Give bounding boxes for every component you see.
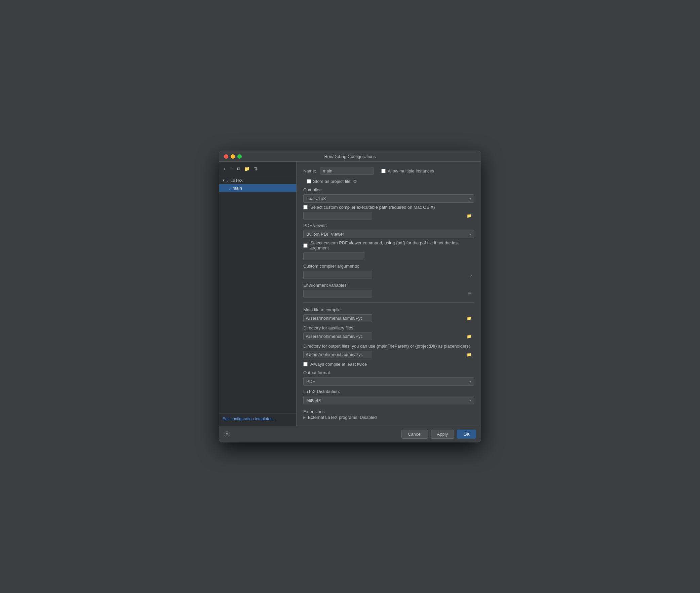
output-dir-wrapper: 📁: [303, 351, 474, 358]
allow-multiple-label[interactable]: Allow multiple instances: [388, 168, 434, 173]
compiler-args-section: Custom compiler arguments: ⤢: [303, 264, 474, 279]
name-row: Name: Allow multiple instances Store as …: [303, 167, 474, 184]
pdf-viewer-label: PDF viewer:: [303, 223, 474, 228]
custom-compiler-label[interactable]: Select custom compiler executable path (…: [310, 205, 435, 210]
env-vars-section: Environment variables: ☰: [303, 283, 474, 298]
extensions-label: Extensions: [303, 409, 325, 414]
folder-icon: 📁: [244, 166, 250, 171]
tree-group-latex[interactable]: ▼ ↓ LaTeX: [219, 176, 296, 184]
titlebar: Run/Debug Configurations: [219, 151, 481, 162]
custom-pdf-viewer-label[interactable]: Select custom PDF viewer command, using …: [310, 240, 474, 250]
folder-browse-icon: 📁: [467, 213, 472, 218]
chevron-right-icon: ▶: [303, 416, 306, 419]
name-input[interactable]: [320, 167, 374, 175]
pdf-viewer-section: PDF viewer: Built-in PDF Viewer System d…: [303, 223, 474, 260]
cancel-button[interactable]: Cancel: [401, 430, 428, 439]
aux-dir-input[interactable]: [303, 332, 372, 340]
folder-config-button[interactable]: 📁: [243, 165, 251, 172]
close-button[interactable]: [224, 154, 228, 159]
download-icon: ↓: [227, 178, 229, 183]
aux-dir-browse-icon: 📁: [467, 334, 472, 339]
help-button[interactable]: ?: [224, 431, 230, 437]
copy-config-button[interactable]: ⧉: [235, 165, 241, 172]
remove-config-button[interactable]: −: [229, 165, 234, 172]
pdf-viewer-select-wrapper: Built-in PDF Viewer System default Custo…: [303, 230, 474, 238]
output-format-select-wrapper: PDF DVI PS ▾: [303, 377, 474, 386]
compiler-args-wrapper: ⤢: [303, 271, 474, 279]
sort-icon: ⇅: [254, 166, 258, 171]
pdf-viewer-select[interactable]: Built-in PDF Viewer System default Custo…: [303, 230, 474, 238]
output-format-label: Output format:: [303, 370, 474, 375]
tree-group-label: LaTeX: [230, 178, 243, 183]
name-label: Name:: [303, 168, 316, 173]
custom-pdf-viewer-checkbox[interactable]: [303, 243, 308, 248]
output-dir-browse-icon: 📁: [467, 352, 472, 357]
extensions-section: Extensions ▶ External LaTeX programs: Di…: [303, 409, 474, 421]
latex-dist-select-wrapper: MiKTeX TeX Live MacTeX ▾: [303, 396, 474, 404]
expand-icon: ⤢: [469, 274, 472, 278]
maximize-button[interactable]: [237, 154, 242, 159]
compiler-args-input[interactable]: [303, 271, 372, 279]
main-file-input[interactable]: [303, 314, 372, 322]
run-debug-configurations-window: Run/Debug Configurations + − ⧉ 📁 ⇅ ▼ ↓ L…: [219, 151, 481, 442]
store-as-project-group: Store as project file ⚙: [307, 179, 357, 184]
minimize-button[interactable]: [231, 154, 235, 159]
compiler-select[interactable]: LuaLaTeX pdfLaTeX XeLaTeX: [303, 194, 474, 203]
always-compile-row: Always compile at least twice: [303, 362, 474, 367]
tree-item-main[interactable]: ↓ main: [219, 184, 296, 192]
allow-multiple-group: Allow multiple instances: [381, 168, 434, 173]
custom-compiler-path-wrapper: 📁: [303, 212, 474, 220]
run-icon: ↓: [229, 186, 231, 191]
output-dir-input[interactable]: [303, 351, 372, 358]
main-file-browse-icon: 📁: [467, 316, 472, 321]
env-vars-edit-icon: ☰: [468, 291, 472, 296]
allow-multiple-checkbox[interactable]: [381, 169, 386, 173]
bottom-bar: ? Cancel Apply OK: [219, 426, 481, 442]
compiler-label: Compiler:: [303, 187, 474, 192]
section-divider: [303, 302, 474, 303]
main-file-wrapper: 📁: [303, 314, 474, 322]
always-compile-checkbox[interactable]: [303, 362, 308, 366]
aux-dir-section: Directory for auxiliary files: 📁: [303, 325, 474, 340]
main-file-label: Main file to compile:: [303, 307, 474, 312]
extensions-item[interactable]: ▶ External LaTeX programs: Disabled: [303, 414, 474, 421]
extensions-item-label: External LaTeX programs: Disabled: [308, 415, 377, 420]
custom-compiler-checkbox[interactable]: [303, 205, 308, 209]
output-format-select[interactable]: PDF DVI PS: [303, 377, 474, 386]
apply-button[interactable]: Apply: [431, 430, 455, 439]
custom-compiler-row: Select custom compiler executable path (…: [303, 205, 474, 210]
custom-pdf-viewer-path-input[interactable]: [303, 252, 365, 260]
add-config-button[interactable]: +: [222, 165, 227, 172]
main-content: + − ⧉ 📁 ⇅ ▼ ↓ LaTeX ↓ main Edit con: [219, 162, 481, 426]
compiler-select-wrapper: LuaLaTeX pdfLaTeX XeLaTeX ▾: [303, 194, 474, 203]
store-as-project-checkbox[interactable]: [307, 179, 311, 184]
latex-dist-label: LaTeX Distribution:: [303, 389, 474, 394]
aux-dir-wrapper: 📁: [303, 332, 474, 340]
window-title: Run/Debug Configurations: [324, 154, 376, 159]
main-file-section: Main file to compile: 📁: [303, 307, 474, 322]
env-vars-wrapper: ☰: [303, 290, 474, 298]
config-panel: Name: Allow multiple instances Store as …: [297, 162, 481, 426]
store-as-project-label[interactable]: Store as project file: [313, 179, 350, 184]
always-compile-label[interactable]: Always compile at least twice: [310, 362, 367, 367]
compiler-args-label: Custom compiler arguments:: [303, 264, 474, 269]
custom-compiler-path-input[interactable]: [303, 212, 372, 220]
expand-arrow-icon: ▼: [222, 179, 225, 182]
env-vars-input[interactable]: [303, 290, 372, 298]
latex-dist-section: LaTeX Distribution: MiKTeX TeX Live MacT…: [303, 389, 474, 404]
output-dir-section: Directory for output files, you can use …: [303, 344, 474, 358]
latex-dist-select[interactable]: MiKTeX TeX Live MacTeX: [303, 396, 474, 404]
compiler-section: Compiler: LuaLaTeX pdfLaTeX XeLaTeX ▾ Se…: [303, 187, 474, 220]
sort-config-button[interactable]: ⇅: [252, 165, 259, 172]
aux-dir-label: Directory for auxiliary files:: [303, 325, 474, 330]
sidebar: + − ⧉ 📁 ⇅ ▼ ↓ LaTeX ↓ main Edit con: [219, 162, 297, 426]
edit-templates-link[interactable]: Edit configuration templates...: [223, 417, 276, 421]
custom-pdf-viewer-path-wrapper: [303, 252, 474, 260]
ok-button[interactable]: OK: [457, 430, 476, 439]
env-vars-label: Environment variables:: [303, 283, 474, 288]
gear-icon: ⚙: [353, 179, 357, 184]
window-controls: [224, 154, 242, 159]
sidebar-toolbar: + − ⧉ 📁 ⇅: [219, 164, 296, 175]
custom-pdf-viewer-row: Select custom PDF viewer command, using …: [303, 240, 474, 250]
tree-child-label: main: [233, 186, 242, 191]
